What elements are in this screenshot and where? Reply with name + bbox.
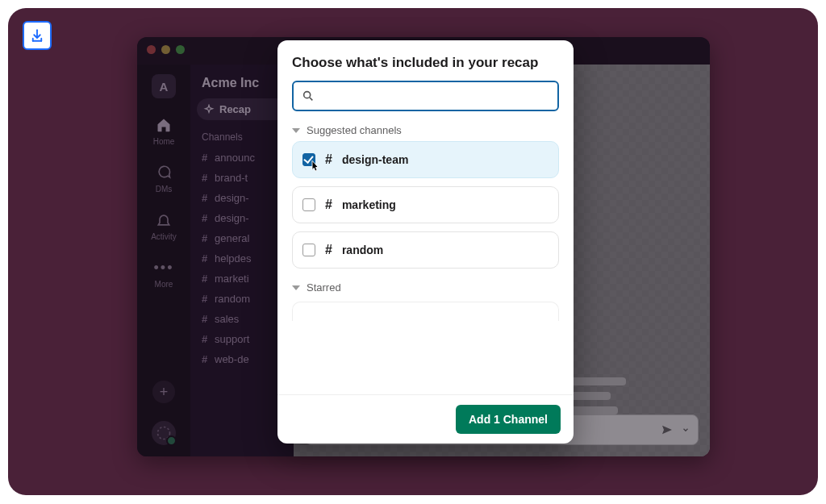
download-badge[interactable] [23,21,52,50]
channel-name: marketing [342,198,396,211]
outer-frame: A Home DMs Activity ••• More + [8,8,818,495]
channel-checkbox[interactable] [302,198,315,211]
channel-name: design-team [342,153,408,166]
channel-checkbox[interactable] [302,153,315,166]
suggested-channel-list: # design-team # marketing # random [277,141,574,269]
section-label: Starred [307,281,341,294]
hash-icon: # [325,152,332,167]
channel-row[interactable]: # random [292,231,559,269]
hash-icon: # [325,198,332,212]
channel-search-field[interactable] [321,90,549,102]
hash-icon: # [325,243,332,257]
recap-channel-picker-modal: Choose what's included in your recap Sug… [277,40,574,444]
download-icon [30,28,44,43]
modal-title: Choose what's included in your recap [277,40,574,81]
section-header-suggested[interactable]: Suggested channels [277,119,574,141]
caret-down-icon [292,285,300,290]
search-icon [302,90,315,102]
channel-row[interactable]: # design-team [292,141,559,178]
channel-search-input[interactable] [292,81,559,111]
channel-name: random [342,244,383,256]
channel-checkbox[interactable] [302,244,315,256]
add-channels-button[interactable]: Add 1 Channel [456,405,561,434]
svg-point-1 [304,92,311,98]
channel-row[interactable]: # marketing [292,186,559,223]
modal-footer: Add 1 Channel [277,394,574,444]
channel-row-peek [292,302,559,321]
section-label: Suggested channels [307,124,402,136]
section-header-starred[interactable]: Starred [277,277,574,298]
caret-down-icon [292,128,300,133]
